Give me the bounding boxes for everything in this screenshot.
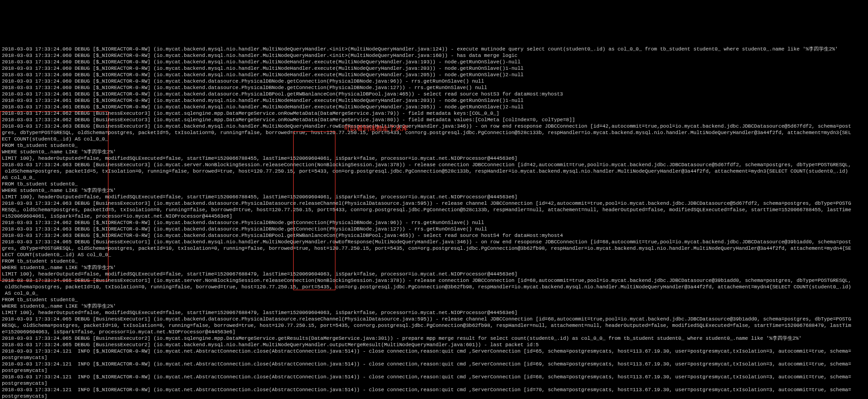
log-line: WHERE student0_.name LIKE '%李四学生2%' <box>2 149 866 155</box>
log-line: LIMIT 100}, headerOutputed=false, modifi… <box>2 194 866 200</box>
log-line: 2018-03-03 17:33:24.065 DEBUG [BusinessE… <box>2 342 866 348</box>
log-line: 2018-03-03 17:33:24.065 DEBUG [BusinessE… <box>2 239 866 245</box>
log-line: LECT COUNT(student0_.id) AS col_0_0_ <box>2 252 866 258</box>
log-line: gres, dbType=POSTGRESQL, oldSchema=postg… <box>2 129 866 136</box>
log-line: AS col_0_0_ <box>2 290 866 297</box>
log-line: postgresmycats] <box>2 380 866 387</box>
log-line: oldSchema=postgres, packetId=10, txIsola… <box>2 284 866 290</box>
log-line: 2018-03-03 17:33:24.121 INFO [$_NIOREACT… <box>2 387 866 393</box>
log-line: postgresmycats] <box>2 354 866 361</box>
log-line: =1520069604061, isSpark=false, processor… <box>2 213 866 219</box>
log-line: 2018-03-03 17:33:24.060 DEBUG [$_NIOREAC… <box>2 72 866 78</box>
log-line: gres, dbType=POSTGRESQL, oldSchema=postg… <box>2 245 866 252</box>
log-line: 2018-03-03 17:33:24.062 DEBUG [BusinessE… <box>2 117 866 123</box>
log-line: 2018-03-03 17:33:24.065 DEBUG [BusinessE… <box>2 335 866 342</box>
log-line: 2018-03-03 17:33:24.065 DEBUG [BusinessE… <box>2 277 866 284</box>
log-line: FROM tb_student student0_ <box>2 181 866 187</box>
log-line: postgresmycats] <box>2 367 866 374</box>
log-line: 2018-03-03 17:33:24.060 DEBUG [$_NIOREAC… <box>2 59 866 65</box>
log-line: LIMIT 100}, headerOutputed=false, modifi… <box>2 155 866 162</box>
log-line: 2018-03-03 17:33:24.121 INFO [$_NIOREACT… <box>2 348 866 354</box>
log-lines: 2018-03-03 17:33:24.060 DEBUG [$_NIOREAC… <box>2 46 866 399</box>
log-line: WHERE student0_.name LIKE '%李四学生2%' <box>2 187 866 194</box>
log-line: LIMIT 100}, headerOutputed=false, modifi… <box>2 309 866 316</box>
log-line: 2018-03-03 17:33:24.063 DEBUG [BusinessE… <box>2 123 866 129</box>
log-line: 2018-03-03 17:33:24.060 DEBUG [$_NIOREAC… <box>2 46 866 52</box>
log-line: 2018-03-03 17:33:24.060 DEBUG [$_NIOREAC… <box>2 78 866 84</box>
log-line: 2018-03-03 17:33:24.065 DEBUG [BusinessE… <box>2 316 866 322</box>
log-line: 2018-03-03 17:33:24.062 DEBUG [$_NIOREAC… <box>2 219 866 226</box>
log-line: 2018-03-03 17:33:24.063 DEBUG [BusinessE… <box>2 200 866 207</box>
log-line: oldSchema=postgres, packetId=5, txIsolat… <box>2 168 866 174</box>
log-line: 2018-03-03 17:33:24.060 DEBUG [$_NIOREAC… <box>2 65 866 72</box>
log-line: 2018-03-03 17:33:24.121 INFO [$_NIOREACT… <box>2 374 866 380</box>
log-line: 2018-03-03 17:33:24.060 DEBUG [$_NIOREAC… <box>2 52 866 59</box>
log-line: 2018-03-03 17:33:24.121 INFO [$_NIOREACT… <box>2 361 866 367</box>
annotation-text: 可以看到读都走了从库 <box>344 125 408 131</box>
log-line: e=1520069604063, isSpark=false, processo… <box>2 329 866 335</box>
log-line: 2018-03-03 17:33:24.061 DEBUG [$_NIOREAC… <box>2 104 866 110</box>
log-line: 2018-03-03 17:33:24.060 DEBUG [$_NIOREAC… <box>2 84 866 91</box>
log-line: FROM tb_student student0_ <box>2 258 866 264</box>
terminal-log-view[interactable]: 2018-03-03 17:33:24.060 DEBUG [$_NIOREAC… <box>0 32 868 399</box>
log-line: ECT COUNT(student0_.id) AS col_0_0_ <box>2 136 866 142</box>
log-line: RESQL, oldSchema=postgres, packetId=5, t… <box>2 207 866 213</box>
log-line: 2018-03-03 17:33:24.061 DEBUG [$_NIOREAC… <box>2 91 866 97</box>
log-line: 2018-03-03 17:33:24.063 DEBUG [$_NIOREAC… <box>2 226 866 232</box>
log-line: WHERE student0_.name LIKE '%李四学生2%' <box>2 264 866 271</box>
log-line: 2018-03-03 17:33:24.063 DEBUG [BusinessE… <box>2 162 866 168</box>
log-line: FROM tb_student student0_ <box>2 297 866 303</box>
log-line: LIMIT 100}, headerOutputed=false, modifi… <box>2 271 866 277</box>
log-line: 2018-03-03 17:33:24.061 DEBUG [$_NIOREAC… <box>2 97 866 104</box>
log-line: FROM tb_student student0_ <box>2 142 866 149</box>
log-line: 2018-03-03 17:33:24.063 DEBUG [$_NIOREAC… <box>2 232 866 239</box>
log-line: WHERE student0_.name LIKE '%李四学生2%' <box>2 303 866 309</box>
log-line: RESQL, oldSchema=postgres, packetId=10, … <box>2 322 866 329</box>
log-line: postgresmycats] <box>2 393 866 399</box>
log-line: 2018-03-03 17:33:24.062 DEBUG [BusinessE… <box>2 110 866 117</box>
log-line: AS col_0_0_ <box>2 174 866 181</box>
